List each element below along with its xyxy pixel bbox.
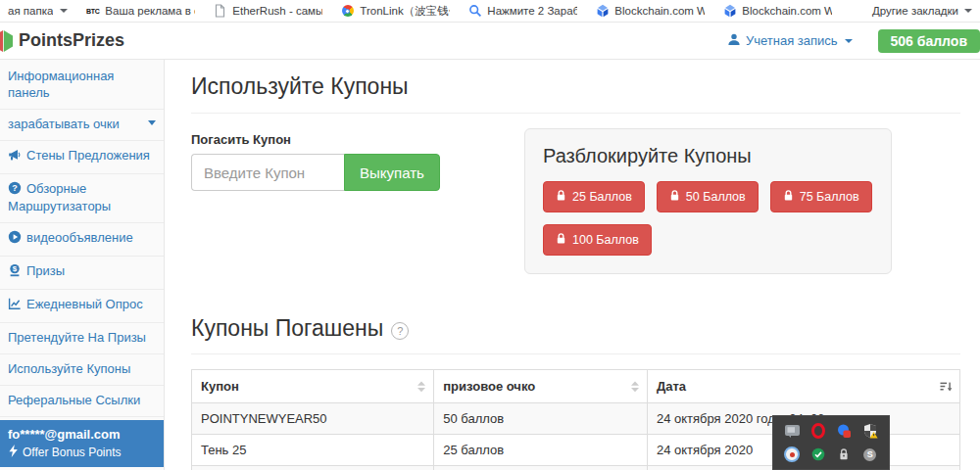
bookmark-label: EtherRush - самый: [232, 5, 322, 17]
unlock-coupon-button[interactable]: 25 Баллов: [543, 181, 645, 212]
sidebar-item-label: видеообъявление: [26, 230, 133, 245]
padlock-icon[interactable]: [836, 446, 852, 462]
app-window-icon[interactable]: [784, 423, 800, 439]
bookmark-item[interactable]: Blockchain.com Wa: [595, 4, 705, 19]
sidebar-item-label: Ежедневный Опрос: [26, 297, 143, 311]
sidebar-item[interactable]: Реферальные Ссылки: [0, 386, 164, 417]
chevron-down-icon: [148, 120, 156, 125]
bookmark-item[interactable]: TronLink（波宝钱包: [340, 4, 450, 19]
lock-icon: [669, 189, 680, 205]
blockchain-icon: [722, 4, 737, 19]
brand-name: PointsPrizes: [19, 30, 124, 51]
system-tray-popup: S: [772, 415, 890, 470]
unlock-coupon-button[interactable]: 100 Баллов: [543, 224, 652, 256]
redeemed-title: Купоны Погашены: [191, 315, 383, 342]
table-cell: 50 баллов: [434, 403, 648, 435]
bookmark-item[interactable]: Blockchain.com Wa: [722, 4, 832, 19]
referral-account[interactable]: fo*****@gmail.comOffer Bonus Points: [0, 420, 164, 467]
bookmarks-bar: ая папкаBTCВаша реклама в сEtherRush - с…: [0, 0, 980, 23]
bookmark-item[interactable]: ая папка: [8, 5, 68, 17]
sidebar-item-label: Используйте Купоны: [8, 361, 130, 376]
other-bookmarks-button[interactable]: Другие закладки: [872, 5, 972, 17]
sidebar-item-label: Реферальные Ссылки: [8, 393, 140, 407]
blue-app-icon[interactable]: [836, 423, 852, 439]
blockchain-icon: [595, 4, 610, 19]
page-icon: [213, 4, 227, 19]
defender-alert-icon[interactable]: [862, 423, 878, 439]
unlock-coupons-panel: Разблокируйте Купоны 25 Баллов50 Баллов7…: [524, 128, 892, 274]
sidebar: Информационная панельзарабатывать очкиСт…: [0, 60, 165, 470]
lock-icon: [556, 189, 566, 205]
sidebar-item[interactable]: зарабатывать очки: [0, 110, 164, 141]
sidebar-item-label: зарабатывать очки: [8, 117, 120, 131]
dollar-icon: $: [8, 263, 22, 282]
sort-desc-icon: [940, 381, 953, 393]
sidebar-item[interactable]: Претендуйте На Призы: [0, 323, 164, 354]
lock-icon: [783, 189, 794, 205]
screen: ая папкаBTCВаша реклама в сEtherRush - с…: [0, 0, 980, 470]
redeem-button[interactable]: Выкупать: [344, 154, 440, 191]
chrome-icon: [340, 4, 355, 19]
table-cell: Бесстрашный 50: [192, 466, 434, 470]
table-cell: 25 баллов: [434, 435, 648, 466]
btc-icon: BTC: [85, 4, 100, 19]
sidebar-item[interactable]: Ежедневный Опрос: [0, 290, 164, 323]
sort-icon: [630, 380, 640, 393]
user-icon: [727, 32, 741, 49]
page-body: Информационная панельзарабатывать очкиСт…: [0, 60, 980, 470]
table-column-header[interactable]: призовое очко: [434, 370, 648, 403]
bookmark-item[interactable]: BTCВаша реклама в с: [85, 4, 195, 19]
help-icon[interactable]: ?: [391, 322, 409, 340]
page-title: Используйте Купоны: [191, 73, 960, 100]
other-bookmarks-label: Другие закладки: [872, 5, 958, 17]
bookmarks-list: ая папкаBTCВаша реклама в сEtherRush - с…: [8, 4, 872, 19]
site-header: PointsPrizes Учетная запись 506 баллов: [0, 23, 980, 60]
antivirus-check-icon[interactable]: [810, 446, 826, 462]
bullhorn-icon: [8, 148, 22, 166]
sidebar-item[interactable]: Стены Предложения: [0, 141, 164, 174]
chevron-down-icon: [60, 9, 68, 13]
bookmark-item[interactable]: EtherRush - самый: [213, 4, 322, 19]
sidebar-item[interactable]: Информационная панель: [0, 62, 164, 110]
sidebar-item-label: Информационная панель: [8, 69, 114, 100]
referral-email: fo*****@gmail.com: [8, 427, 156, 443]
opera-icon[interactable]: [810, 423, 826, 439]
bolt-icon: [8, 445, 19, 460]
account-menu[interactable]: Учетная запись: [727, 32, 853, 49]
chevron-down-icon: [845, 39, 853, 43]
bookmark-label: ая папка: [8, 5, 53, 17]
play-circle-icon: [8, 230, 22, 249]
sort-icon: [416, 380, 426, 393]
sidebar-item[interactable]: видеообъявление: [0, 223, 164, 257]
sidebar-item[interactable]: ?Обзорные Маршрутизаторы: [0, 174, 164, 224]
unlock-coupon-label: 50 Баллов: [686, 190, 746, 204]
bookmark-item[interactable]: Нажмите 2 Зараб: [467, 4, 577, 19]
potplayer-icon[interactable]: [784, 446, 800, 462]
redeem-label: Погасить Купон: [191, 132, 524, 147]
column-label: Купон: [201, 379, 239, 394]
table-column-header[interactable]: Купон: [192, 370, 434, 403]
unlock-coupon-label: 100 Баллов: [572, 233, 639, 247]
skype-offline-icon[interactable]: S: [862, 446, 878, 462]
unlock-coupon-button[interactable]: 75 Баллов: [770, 181, 872, 212]
pointsprizes-logo-icon: [0, 29, 15, 53]
redeem-coupon-form: Погасить Купон Выкупать: [191, 128, 524, 191]
sidebar-item-label: Стены Предложения: [26, 148, 150, 163]
bookmark-label: Blockchain.com Wa: [614, 5, 705, 17]
column-label: призовое очко: [443, 379, 535, 394]
unlock-coupon-button[interactable]: 50 Баллов: [657, 181, 759, 212]
magnifier-icon: [467, 4, 482, 19]
unlock-title: Разблокируйте Купоны: [543, 145, 873, 167]
lock-icon: [556, 232, 566, 248]
coupon-input[interactable]: [191, 154, 344, 191]
table-column-header[interactable]: Дата: [647, 370, 959, 403]
sidebar-item[interactable]: $Призы: [0, 257, 164, 290]
referral-sub: Offer Bonus Points: [8, 445, 156, 460]
sidebar-item[interactable]: Используйте Купоны: [0, 354, 164, 386]
account-label: Учетная запись: [746, 33, 838, 48]
unlock-coupon-label: 75 Баллов: [800, 190, 859, 204]
chevron-down-icon: [964, 9, 972, 13]
brand-logo[interactable]: PointsPrizes: [0, 29, 124, 53]
table-cell: POINTYNEWYEAR50: [192, 403, 434, 435]
svg-text:$: $: [13, 265, 18, 274]
